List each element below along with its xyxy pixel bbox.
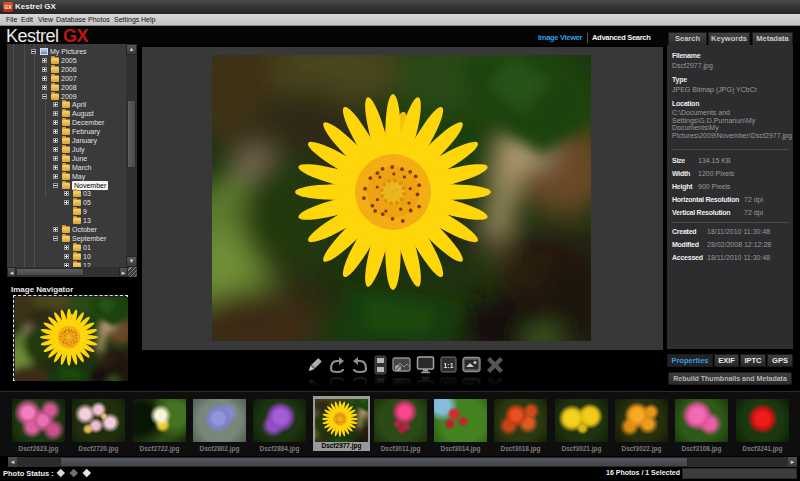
svg-text:1:1: 1:1 [443, 362, 453, 369]
